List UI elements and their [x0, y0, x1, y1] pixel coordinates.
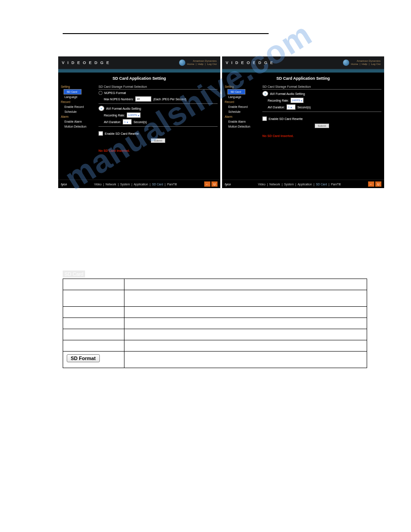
footer-link-pantilt[interactable]: Pan/Tilt: [331, 183, 341, 186]
panel-title: SD Card Application Setting: [222, 73, 384, 82]
link-help[interactable]: Help: [198, 63, 203, 65]
sidebar-item-enable-alarm[interactable]: Enable Alarm: [225, 119, 261, 124]
sidebar-item-enable-record[interactable]: Enable Record: [61, 104, 97, 109]
radio-mjpeg-label: MJPEG Format: [104, 91, 126, 94]
screenshot-figure: V I D E O E D G E American Dynamics Home…: [58, 56, 398, 188]
link-logout[interactable]: Log Out: [371, 63, 381, 65]
max-mjpeg-input[interactable]: 10: [135, 96, 151, 102]
sidebar-item-motion[interactable]: Motion Detection: [225, 124, 261, 129]
error-no-sdcard: No SD Card Inserted.: [98, 149, 218, 152]
radio-mjpeg[interactable]: MJPEG Format: [98, 91, 218, 95]
footer-link-pantilt[interactable]: Pan/Tilt: [167, 183, 177, 186]
table-cell-value: Click to activate the rewrite function.: [124, 340, 367, 351]
sd-format-button[interactable]: SD Format: [67, 354, 100, 362]
field-recording-rate: Recording Rate: 24FPS: [268, 98, 381, 103]
footer-link-network[interactable]: Network: [106, 183, 116, 186]
table-cell-value: Click to activate this function.: [124, 279, 367, 290]
rewrite-label: Enable SD Card Rewrite: [105, 132, 139, 135]
footer-link-application[interactable]: Application: [134, 183, 148, 186]
table-cell-value: Select a value from the drop-down menu.: [124, 329, 367, 340]
footer-link-sdcard[interactable]: SD Card: [152, 183, 163, 186]
footer-link-video[interactable]: Video: [258, 183, 265, 186]
field-avi-duration: AVI Duration: 1 Second(s): [104, 119, 218, 124]
table-row: AVI DurationSelect a value from the drop…: [63, 329, 367, 340]
table-row: Recording RateSelect a value from the dr…: [63, 317, 367, 329]
submit-button[interactable]: Submit: [315, 124, 330, 128]
footer-nav: tyco Video | Network | System | Applicat…: [58, 180, 220, 188]
nav-back-icon[interactable]: ←: [204, 181, 210, 187]
nav-refresh-icon[interactable]: U: [211, 181, 218, 187]
table-cell-value: Click to activate this function.: [124, 306, 367, 317]
sidebar-item-schedule[interactable]: Schedule: [61, 109, 97, 114]
radio-avi[interactable]: AVI Format Audio Setting: [98, 106, 218, 111]
sidebar-item-sdcard[interactable]: SD Card: [227, 89, 245, 94]
sidebar-item-sdcard[interactable]: SD Card: [64, 89, 81, 94]
footer-nav: tyco Video | Network | System | Applicat…: [222, 180, 384, 188]
field-recording-rate: Recording Rate: 1/2FPS: [104, 112, 218, 118]
sidebar-item-schedule[interactable]: Schedule: [225, 109, 261, 114]
table-row: Max MJPEG NumbersIndicates the number of…: [63, 290, 367, 306]
header-links: American Dynamics Home | Help | Log Out: [351, 60, 381, 65]
error-no-sdcard: No SD Card Inserted.: [262, 134, 381, 137]
sidebar-item-motion[interactable]: Motion Detection: [61, 124, 97, 129]
recording-rate-select[interactable]: 24FPS: [291, 98, 304, 103]
description-block: The IP Camera can be used with an SD car…: [63, 202, 367, 255]
table-row: SD FormatClick to delete the images from…: [63, 351, 367, 368]
radio-icon: [98, 106, 104, 111]
checkbox-rewrite[interactable]: Enable SD Card Rewrite: [262, 116, 381, 121]
sidebar-item-language[interactable]: Language: [61, 94, 97, 99]
sidebar-alarm: Alarm: [225, 114, 261, 119]
sidebar-item-enable-record[interactable]: Enable Record: [225, 104, 261, 109]
settings-sidebar: Setting SD Card Language Record Enable R…: [225, 84, 261, 169]
max-mjpeg-unit: (Each JPEG Per Second): [153, 98, 186, 101]
desc-p2: Occasionally, writing data to the memory…: [63, 215, 367, 222]
table-cell-key: Enable SD Card Rewrite: [63, 340, 124, 351]
footer-link-system[interactable]: System: [284, 183, 294, 186]
group-storage-format: SD Card Storage Format Selection: [98, 84, 218, 90]
avi-duration-select[interactable]: 1: [287, 104, 295, 110]
footer-link-network[interactable]: Network: [270, 183, 280, 186]
table-cell-key: AVI Duration: [63, 329, 124, 340]
table-cell-key: Max MJPEG Numbers: [63, 290, 124, 306]
app-window-left: V I D E O E D G E American Dynamics Home…: [58, 56, 220, 188]
footer-link-sdcard[interactable]: SD Card: [316, 183, 327, 186]
table-cell-key: MJPEG Format: [63, 279, 124, 290]
sidebar-alarm: Alarm: [61, 114, 97, 119]
link-help[interactable]: Help: [362, 63, 367, 65]
spec-table: MJPEG FormatClick to activate this funct…: [63, 279, 367, 368]
table-row: MJPEG FormatClick to activate this funct…: [63, 279, 367, 290]
nav-refresh-icon[interactable]: U: [375, 181, 381, 187]
submit-button[interactable]: Submit: [151, 138, 166, 143]
footer-link-video[interactable]: Video: [94, 183, 102, 186]
link-logout[interactable]: Log Out: [207, 63, 217, 65]
nav-back-icon[interactable]: ←: [368, 181, 374, 187]
link-home[interactable]: Home: [351, 63, 358, 65]
group-storage-format: SD Card Storage Format Selection: [262, 84, 381, 90]
avi-duration-select[interactable]: 1: [123, 119, 132, 124]
link-home[interactable]: Home: [187, 63, 194, 65]
sidebar-record: Record: [225, 99, 261, 104]
avi-duration-unit: Second(s): [297, 106, 311, 109]
sidebar-item-language[interactable]: Language: [225, 94, 261, 99]
brand-logo: V I D E O E D G E: [226, 60, 274, 65]
footer-link-application[interactable]: Application: [298, 183, 312, 186]
settings-content: SD Card Storage Format Selection MJPEG F…: [97, 84, 218, 169]
tyco-logo: tyco: [61, 183, 67, 186]
app-header: V I D E O E D G E American Dynamics Home…: [58, 56, 220, 70]
section-underline: [63, 27, 269, 34]
sidebar-item-enable-alarm[interactable]: Enable Alarm: [61, 119, 97, 124]
checkbox-rewrite[interactable]: Enable SD Card Rewrite: [98, 131, 218, 136]
radio-avi[interactable]: AVI Format Audio Setting: [262, 91, 381, 96]
table-row: Enable SD Card RewriteClick to activate …: [63, 340, 367, 351]
checkbox-icon: [262, 116, 267, 121]
footer-link-system[interactable]: System: [120, 183, 130, 186]
table-cell-key: SD Format: [63, 351, 124, 368]
table-cell-key: AVI Format setting: [63, 306, 124, 317]
table-title: SD Card: [63, 270, 85, 278]
recording-rate-select[interactable]: 1/2FPS: [127, 112, 141, 118]
radio-avi-label: AVI Format Audio Setting: [106, 107, 141, 110]
avi-duration-label: AVI Duration:: [268, 106, 285, 109]
avi-duration-label: AVI Duration:: [104, 120, 121, 124]
rewrite-label: Enable SD Card Rewrite: [269, 117, 303, 120]
table-row: AVI Format settingClick to activate this…: [63, 306, 367, 317]
